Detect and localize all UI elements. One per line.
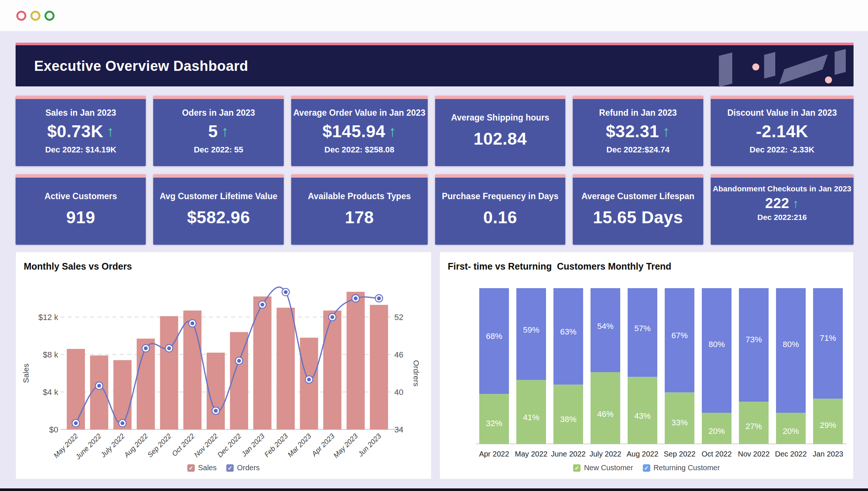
returning-pct-label: 57% xyxy=(634,324,651,333)
trend-up-arrow-icon: ↑ xyxy=(793,197,799,210)
x-axis-label: Feb 2023 xyxy=(263,432,289,459)
trend-up-arrow-icon: ↑ xyxy=(389,124,397,139)
logo-parallelogram-icon xyxy=(764,52,775,78)
kpi-value: -2.14K xyxy=(756,121,808,141)
x-axis-label: May 2022 xyxy=(515,450,548,458)
sales-bar[interactable] xyxy=(370,305,388,429)
orders-point-core xyxy=(167,346,171,350)
kpi-value-row: 178 xyxy=(345,207,374,227)
kpi-title: Avg Customer Lifetime Value xyxy=(160,191,277,201)
sales-bar[interactable] xyxy=(67,349,85,429)
sales-bar[interactable] xyxy=(323,310,341,429)
kpi-value: 178 xyxy=(345,207,374,227)
kpi-title: Oders in Jan 2023 xyxy=(182,108,255,118)
y-axis-title-sales: Sales xyxy=(22,363,30,383)
sales-bar[interactable] xyxy=(207,353,225,429)
legend-item[interactable]: ✓Orders xyxy=(226,464,260,472)
y-axis-tick-label-orders: 40 xyxy=(394,388,403,397)
kpi-card: Average Order Value in Jan 2023 $145.94 … xyxy=(291,96,428,166)
kpi-value-row: 102.84 xyxy=(474,129,527,149)
y-axis-title-orders: Ordrers xyxy=(412,360,421,386)
new-customer-bar[interactable] xyxy=(516,380,546,444)
kpi-comparison: Dec 2022: $258.08 xyxy=(325,145,394,155)
returning-customer-bar[interactable] xyxy=(553,288,583,385)
x-axis-label: July 2022 xyxy=(99,432,126,459)
kpi-value: $32.31 xyxy=(606,121,659,141)
logo-parallelogram-icon xyxy=(719,53,732,87)
kpi-card: Sales in Jan 2023 $0.73K ↑ Dec 2022: $14… xyxy=(16,96,146,166)
returning-customer-bar[interactable] xyxy=(479,288,509,394)
chart-panel-sales-orders: Monthly Sales vs Orders $0$4 k$8 k$12 k3… xyxy=(16,252,431,479)
y-axis-tick-label-orders: 52 xyxy=(394,313,403,322)
sales-bar[interactable] xyxy=(277,308,295,429)
x-axis-label: Sep 2022 xyxy=(146,432,173,459)
returning-customer-bar[interactable] xyxy=(739,288,769,402)
logo-dot-icon xyxy=(825,76,832,83)
x-axis-label: Aug 2022 xyxy=(122,432,149,459)
kpi-value: $145.94 xyxy=(322,121,385,141)
y-axis-tick-label-orders: 34 xyxy=(394,425,403,434)
new-pct-label: 33% xyxy=(671,418,688,427)
returning-customer-bar[interactable] xyxy=(813,288,843,399)
new-customer-bar[interactable] xyxy=(591,372,620,444)
sales-bar[interactable] xyxy=(230,332,248,429)
kpi-card: Purchase Frequency in Days 0.16 xyxy=(435,174,565,245)
kpi-title: Sales in Jan 2023 xyxy=(45,108,116,118)
kpi-comparison: Dec 2022: 55 xyxy=(194,145,243,155)
kpi-comparison: Dec 2022:216 xyxy=(757,213,807,222)
orders-point-core xyxy=(354,296,358,300)
trend-up-arrow-icon: ↑ xyxy=(221,124,229,139)
returning-pct-label: 71% xyxy=(820,333,836,343)
kpi-value: $0.73K xyxy=(47,121,103,141)
sales-bar[interactable] xyxy=(346,292,365,429)
window-maximize-button[interactable] xyxy=(45,11,55,21)
orders-point-core xyxy=(214,409,217,412)
returning-pct-label: 59% xyxy=(523,325,539,335)
kpi-title: Average Shipping hours xyxy=(451,113,549,122)
kpi-title: Available Products Types xyxy=(308,191,411,201)
dashboard-header: Executive Overview Dashboard xyxy=(16,43,854,86)
kpi-value: 102.84 xyxy=(474,129,527,149)
new-customer-bar[interactable] xyxy=(628,377,657,444)
legend-item[interactable]: ✓Returning Customer xyxy=(643,464,720,472)
sales-bar[interactable] xyxy=(160,316,178,429)
legend-label: Orders xyxy=(237,464,260,472)
sales-bar[interactable] xyxy=(183,310,201,429)
chart-legend: ✓Sales✓Orders xyxy=(16,464,431,472)
y-axis-tick-label-sales: $8 k xyxy=(43,350,59,359)
new-pct-label: 32% xyxy=(486,419,502,428)
kpi-title: Purchase Frequency in Days xyxy=(442,191,558,201)
x-axis-label: Nov 2022 xyxy=(738,450,770,458)
kpi-value-row: 15.65 Days xyxy=(593,207,683,227)
window-close-button[interactable] xyxy=(16,11,26,21)
new-pct-label: 27% xyxy=(746,422,762,431)
orders-point-core xyxy=(121,421,124,425)
returning-customer-bar[interactable] xyxy=(665,288,694,392)
orders-point-core xyxy=(260,303,264,306)
kpi-value-row: 919 xyxy=(66,207,95,227)
returning-pct-label: 80% xyxy=(783,340,799,349)
new-pct-label: 20% xyxy=(708,426,725,436)
page-title: Executive Overview Dashboard xyxy=(34,58,248,74)
window-titlebar xyxy=(0,0,868,31)
legend-item[interactable]: ✓Sales xyxy=(187,464,217,472)
new-pct-label: 20% xyxy=(783,426,799,436)
kpi-card: Abandonment Checkouts in Jan 2023 222 ↑ … xyxy=(711,174,854,245)
x-axis-label: Dec 2022 xyxy=(216,432,243,459)
orders-point-core xyxy=(191,322,194,325)
legend-item[interactable]: ✓New Customer xyxy=(573,464,633,472)
kpi-value: 5 xyxy=(208,121,218,141)
x-axis-label: Jan 2023 xyxy=(240,432,266,458)
returning-customer-bar[interactable] xyxy=(776,288,806,413)
logo-parallelogram-icon xyxy=(835,49,846,75)
kpi-title: Average Customer Lifespan xyxy=(582,191,695,201)
window-minimize-button[interactable] xyxy=(30,11,40,21)
kpi-card: Average Shipping hours 102.84 xyxy=(435,96,565,166)
y-axis-tick-label-sales: $4 k xyxy=(43,388,59,397)
x-axis-label: May 2023 xyxy=(332,432,359,459)
kpi-title: Discount Value in Jan 2023 xyxy=(727,108,837,118)
trend-up-arrow-icon: ↑ xyxy=(107,124,115,139)
returning-customer-bar[interactable] xyxy=(702,288,731,413)
x-axis-label: Mar 2023 xyxy=(286,432,313,459)
kpi-card: Average Customer Lifespan 15.65 Days xyxy=(573,174,703,245)
